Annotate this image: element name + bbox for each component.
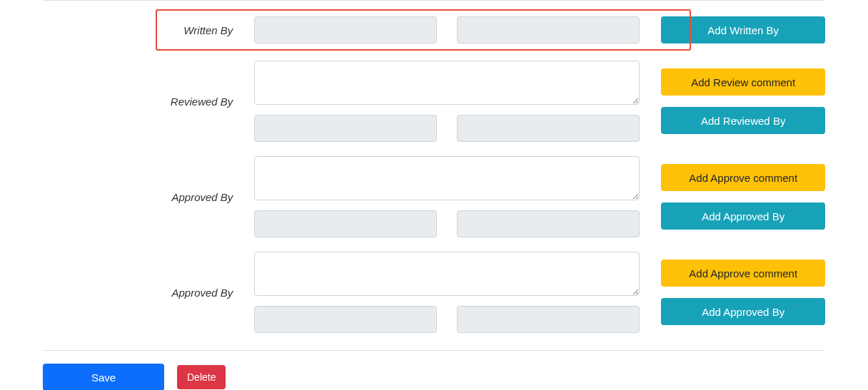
add-approve-comment-2-button[interactable]: Add Approve comment [661,260,825,287]
approve-comment-1-textarea[interactable] [254,156,640,200]
add-approved-by-1-button[interactable]: Add Approved By [661,202,825,230]
add-written-by-button[interactable]: Add Written By [661,16,825,43]
delete-button[interactable]: Delete [177,365,226,389]
review-comment-textarea[interactable] [254,61,640,105]
form-section: Written By Add Written By Reviewed By [43,9,825,333]
save-button[interactable]: Save [43,364,164,390]
reviewed-by-input-1[interactable] [254,115,437,142]
add-review-comment-button[interactable]: Add Review comment [661,68,825,96]
approved-by-2-label: Approved By [43,287,233,299]
approved-by-2-input-2[interactable] [457,306,640,333]
reviewed-by-label: Reviewed By [43,96,233,108]
add-approved-by-2-button[interactable]: Add Approved By [661,298,825,325]
add-reviewed-by-button[interactable]: Add Reviewed By [661,107,825,134]
approved-by-1-label: Approved By [43,191,233,203]
footer-buttons: Save Delete [43,364,825,390]
add-approve-comment-1-button[interactable]: Add Approve comment [661,164,825,191]
approve-comment-2-textarea[interactable] [254,252,640,296]
approved-by-2-input-1[interactable] [254,306,437,333]
written-by-label: Written By [43,24,233,36]
written-by-input-1[interactable] [254,16,437,43]
approved-by-1-input-1[interactable] [254,210,437,237]
reviewed-by-input-2[interactable] [457,115,640,142]
approved-by-1-input-2[interactable] [457,210,640,237]
written-by-input-2[interactable] [457,16,640,43]
